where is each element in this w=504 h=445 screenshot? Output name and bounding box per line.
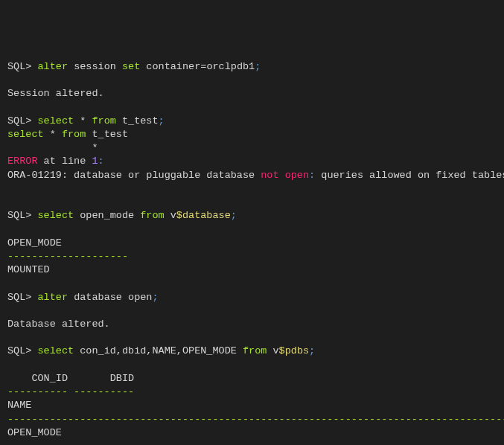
txt: container=orclpdb1	[140, 61, 255, 72]
dashes: ---------- ----------	[7, 386, 134, 397]
txt: session	[68, 61, 122, 72]
col-value: MOUNTED	[7, 264, 50, 275]
txt: *	[44, 129, 62, 140]
semicolon: ;	[152, 292, 158, 303]
semicolon: ;	[255, 61, 261, 72]
txt-session-altered: Session altered.	[7, 88, 104, 99]
txt-dollar: $database	[176, 210, 231, 221]
kw-select: select	[7, 129, 44, 140]
txt: v	[165, 210, 176, 221]
txt-linenum: 1	[92, 156, 98, 167]
sql-prompt: SQL>	[7, 292, 38, 303]
txt-db-altered: Database altered.	[7, 318, 110, 330]
kw-from: from	[62, 129, 86, 140]
kw-select: select	[38, 115, 74, 127]
col-header: OPEN_MODE	[7, 237, 62, 249]
terminal-output: SQL> alter session set container=orclpdb…	[7, 60, 497, 445]
txt: t_test	[86, 129, 128, 140]
dashes: ----------------------------------------…	[7, 414, 504, 425]
txt: open_mode	[74, 210, 140, 221]
txt-ora: ORA-01219: database or pluggable databas…	[7, 170, 261, 181]
kw-set: set	[122, 61, 140, 72]
txt-dollar: $pdbs	[279, 345, 310, 356]
sql-prompt: SQL>	[7, 210, 38, 221]
dashes: ----------	[7, 441, 68, 445]
txt: v	[267, 345, 278, 356]
txt: t_test	[116, 115, 159, 127]
txt-notopen: not open	[261, 170, 309, 181]
sql-prompt: SQL>	[7, 115, 38, 127]
txt-star: *	[7, 142, 98, 153]
sql-prompt: SQL>	[7, 61, 38, 72]
txt: database open	[68, 292, 152, 303]
colon: :	[309, 170, 315, 181]
kw-from: from	[92, 115, 115, 127]
txt: *	[74, 115, 92, 127]
col-header: NAME	[7, 400, 31, 411]
colon: :	[98, 156, 104, 167]
dashes: --------------------	[7, 251, 128, 262]
kw-from: from	[243, 345, 267, 356]
txt: at line	[38, 156, 92, 167]
txt: con_id,dbid,NAME,OPEN_MODE	[74, 345, 243, 356]
sql-prompt: SQL>	[7, 345, 38, 356]
kw-from: from	[140, 210, 164, 221]
kw-select: select	[38, 210, 74, 221]
col-header: OPEN_MODE	[7, 427, 62, 438]
col-header: CON_ID DBID	[7, 373, 134, 384]
kw-alter: alter	[38, 61, 68, 72]
semicolon: ;	[231, 210, 237, 221]
kw-select: select	[38, 345, 74, 356]
txt-error: ERROR	[7, 156, 38, 167]
semicolon: ;	[159, 115, 165, 127]
kw-alter: alter	[38, 292, 68, 303]
semicolon: ;	[309, 345, 315, 356]
txt: queries allowed on fixed tables or views…	[315, 170, 504, 181]
